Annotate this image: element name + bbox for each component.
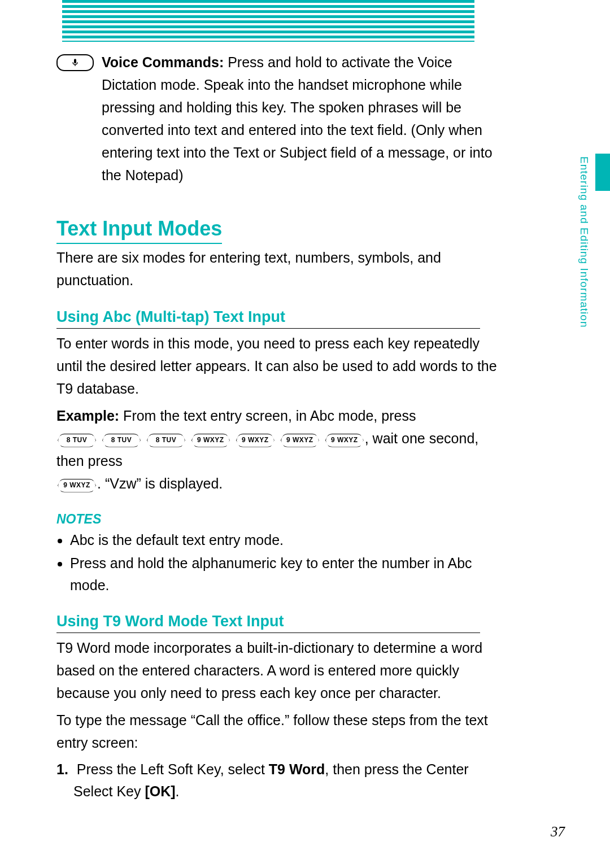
chapter-tab-label: Entering and Editing Information <box>579 156 590 337</box>
example-tail-2: . “Vzw” is displayed. <box>97 476 223 491</box>
subsection-abc-heading: Using Abc (Multi-tap) Text Input <box>56 308 480 329</box>
step1-post: . <box>176 783 180 799</box>
key-9-icon: 9 WXYZ <box>325 434 364 447</box>
t9-paragraph-2: To type the message “Call the office.” f… <box>56 709 497 754</box>
example-label: Example: <box>56 408 119 424</box>
page-header-decoration <box>62 0 474 42</box>
step1-t9word: T9 Word <box>269 761 325 777</box>
abc-example: Example: From the text entry screen, in … <box>56 404 497 495</box>
key-8-icon: 8 TUV <box>147 434 185 447</box>
microphone-icon <box>71 58 80 67</box>
voice-commands-desc: Press and hold to activate the Voice Dic… <box>102 54 493 183</box>
key-9-icon: 9 WXYZ <box>236 434 274 447</box>
voice-commands-block: Voice Commands: Press and hold to activa… <box>56 51 497 191</box>
t9-paragraph-1: T9 Word mode incorporates a built-in-dic… <box>56 636 497 704</box>
notes-label: NOTES <box>56 512 497 527</box>
chapter-tab <box>595 154 610 191</box>
step1-pre: Press the Left Soft Key, select <box>77 761 269 777</box>
key-9-icon: 9 WXYZ <box>281 434 319 447</box>
t9-steps: Press the Left Soft Key, select T9 Word,… <box>56 758 497 802</box>
section-heading-text-input-modes: Text Input Modes <box>56 217 222 244</box>
section-intro: There are six modes for entering text, n… <box>56 246 497 291</box>
key-8-icon: 8 TUV <box>58 434 96 447</box>
note-item: Abc is the default text entry mode. <box>70 529 497 551</box>
abc-paragraph: To enter words in this mode, you need to… <box>56 332 497 400</box>
step1-ok: [OK] <box>145 783 175 799</box>
subsection-t9-heading: Using T9 Word Mode Text Input <box>56 613 480 633</box>
example-lead: From the text entry screen, in Abc mode,… <box>119 408 416 424</box>
key-8-icon: 8 TUV <box>102 434 141 447</box>
note-item: Press and hold the alphanumeric key to e… <box>70 552 497 596</box>
page-content: Voice Commands: Press and hold to activa… <box>56 51 497 802</box>
key-9-icon: 9 WXYZ <box>191 434 230 447</box>
notes-list: Abc is the default text entry mode. Pres… <box>58 529 497 596</box>
voice-commands-label: Voice Commands: <box>102 54 224 70</box>
key-9-icon: 9 WXYZ <box>58 479 96 492</box>
manual-page: Entering and Editing Information Voice C… <box>0 0 610 868</box>
voice-commands-text: Voice Commands: Press and hold to activa… <box>102 51 497 186</box>
microphone-key-icon <box>56 54 94 71</box>
t9-step-1: Press the Left Soft Key, select T9 Word,… <box>73 758 497 802</box>
page-number: 37 <box>551 824 565 840</box>
